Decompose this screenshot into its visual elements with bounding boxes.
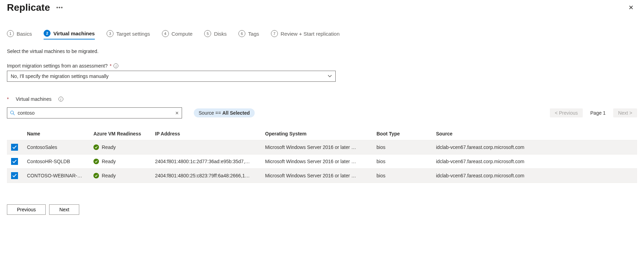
step-label: Target settings — [116, 31, 150, 37]
chevron-down-icon — [328, 74, 332, 78]
info-icon[interactable]: i — [58, 97, 63, 101]
row-checkbox[interactable] — [11, 172, 18, 179]
intro-text: Select the virtual machines to be migrat… — [7, 48, 637, 54]
table-row: CONTOSO-WEBINAR-… Ready 2404:f801:4800:2… — [7, 169, 637, 183]
cell-os: Microsoft Windows Server 2016 or later … — [261, 140, 372, 154]
info-icon[interactable]: i — [114, 63, 118, 68]
cell-boot: bios — [372, 140, 432, 154]
readiness-status: Ready — [93, 173, 116, 178]
wizard-steps: 1 Basics 2 Virtual machines 3 Target set… — [7, 30, 637, 39]
step-label: Compute — [172, 31, 193, 37]
search-box[interactable]: ✕ — [7, 107, 182, 118]
step-compute[interactable]: 4 Compute — [162, 30, 193, 39]
import-settings-value: No, I'll specify the migration settings … — [11, 73, 109, 79]
readiness-status: Ready — [93, 159, 116, 164]
previous-button[interactable]: Previous — [7, 204, 46, 215]
required-icon: * — [110, 63, 111, 69]
cell-ip: 2404:f801:4800:25:c823:79ff:6a48:2666,1… — [151, 169, 261, 183]
close-icon[interactable]: ✕ — [625, 2, 637, 13]
step-basics[interactable]: 1 Basics — [7, 30, 32, 39]
col-header-os[interactable]: Operating System — [261, 127, 372, 140]
step-label: Virtual machines — [53, 30, 95, 36]
next-button[interactable]: Next — [49, 204, 79, 215]
filter-prefix: Source == — [199, 110, 223, 116]
row-checkbox[interactable] — [11, 158, 18, 165]
import-settings-label-text: Import migration settings from an assess… — [7, 63, 108, 69]
cell-ip: 2404:f801:4800:1c:2d77:36ad:e95b:35d7,… — [151, 154, 261, 169]
readiness-text: Ready — [102, 173, 116, 178]
search-input[interactable] — [17, 110, 173, 116]
cell-boot: bios — [372, 169, 432, 183]
col-header-source[interactable]: Source — [432, 127, 637, 140]
cell-source: idclab-vcen67.fareast.corp.microsoft.com — [432, 154, 637, 169]
success-icon — [93, 144, 99, 150]
cell-name: CONTOSO-WEBINAR-… — [23, 169, 89, 183]
filter-value: All Selected — [223, 110, 250, 116]
step-number-badge: 7 — [271, 30, 278, 37]
cell-name: ContosoHR-SQLDB — [23, 154, 89, 169]
step-number-badge: 6 — [238, 30, 245, 37]
more-icon[interactable]: ••• — [56, 5, 63, 11]
readiness-text: Ready — [102, 144, 116, 150]
row-checkbox[interactable] — [11, 144, 18, 151]
step-review-start[interactable]: 7 Review + Start replication — [271, 30, 340, 39]
success-icon — [93, 173, 99, 178]
step-disks[interactable]: 5 Disks — [204, 30, 227, 39]
footer-buttons: Previous Next — [7, 204, 637, 215]
filter-row: ✕ Source == All Selected < Previous Page… — [7, 107, 637, 118]
step-label: Review + Start replication — [281, 31, 340, 37]
vm-section-label: * Virtual machines i — [7, 96, 637, 102]
clear-search-icon[interactable]: ✕ — [175, 111, 179, 116]
table-row: ContosoHR-SQLDB Ready 2404:f801:4800:1c:… — [7, 154, 637, 169]
step-virtual-machines[interactable]: 2 Virtual machines — [44, 30, 95, 39]
readiness-text: Ready — [102, 159, 116, 164]
vm-table: Name Azure VM Readiness IP Address Opera… — [7, 127, 637, 183]
step-number-badge: 1 — [7, 30, 14, 37]
col-header-boot[interactable]: Boot Type — [372, 127, 432, 140]
col-header-readiness[interactable]: Azure VM Readiness — [89, 127, 151, 140]
col-header-name[interactable]: Name — [23, 127, 89, 140]
cell-source: idclab-vcen67.fareast.corp.microsoft.com — [432, 140, 637, 154]
step-target-settings[interactable]: 3 Target settings — [107, 30, 150, 39]
pager: < Previous Page 1 Next > — [550, 108, 637, 117]
step-label: Basics — [17, 31, 32, 37]
readiness-status: Ready — [93, 144, 116, 150]
step-number-badge: 5 — [204, 30, 211, 37]
import-settings-label: Import migration settings from an assess… — [7, 63, 637, 69]
success-icon — [93, 159, 99, 164]
svg-point-0 — [10, 111, 13, 114]
step-tags[interactable]: 6 Tags — [238, 30, 259, 39]
svg-line-1 — [13, 114, 15, 115]
header-row: Replicate ••• ✕ — [7, 2, 637, 13]
page-indicator: Page 1 — [590, 110, 606, 116]
step-number-badge: 3 — [107, 30, 114, 37]
cell-boot: bios — [372, 154, 432, 169]
import-settings-dropdown[interactable]: No, I'll specify the migration settings … — [7, 71, 336, 82]
step-label: Tags — [248, 31, 259, 37]
pager-previous-button[interactable]: < Previous — [550, 108, 583, 117]
step-label: Disks — [214, 31, 227, 37]
step-number-badge: 4 — [162, 30, 169, 37]
cell-ip — [151, 140, 261, 154]
cell-os: Microsoft Windows Server 2016 or later … — [261, 169, 372, 183]
vm-section-label-text: Virtual machines — [16, 96, 51, 102]
table-header-row: Name Azure VM Readiness IP Address Opera… — [7, 127, 637, 140]
col-header-ip[interactable]: IP Address — [151, 127, 261, 140]
source-filter-pill[interactable]: Source == All Selected — [194, 108, 255, 117]
pager-next-button[interactable]: Next > — [613, 108, 637, 117]
cell-os: Microsoft Windows Server 2016 or later … — [261, 154, 372, 169]
step-number-badge: 2 — [44, 30, 51, 37]
cell-source: idclab-vcen67.fareast.corp.microsoft.com — [432, 169, 637, 183]
table-row: ContosoSales Ready Microsoft Windows Ser… — [7, 140, 637, 154]
page-title: Replicate — [7, 2, 50, 13]
search-icon — [10, 111, 15, 115]
required-icon: * — [7, 96, 9, 102]
cell-name: ContosoSales — [23, 140, 89, 154]
